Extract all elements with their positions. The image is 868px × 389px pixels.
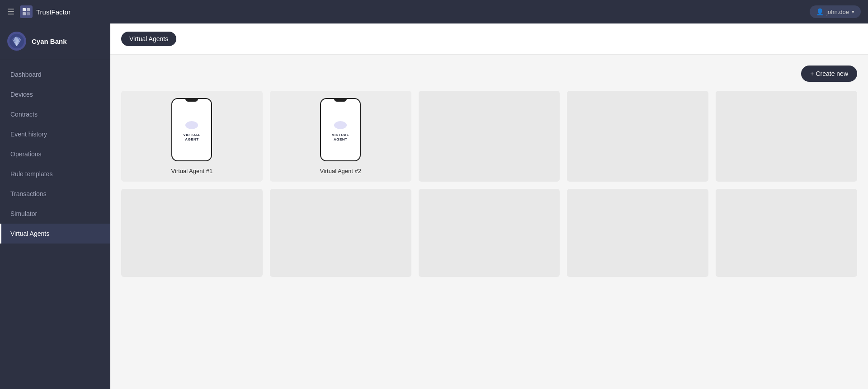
chevron-down-icon: ▾ bbox=[852, 9, 854, 15]
sidebar-item-rule-templates[interactable]: Rule templates bbox=[0, 164, 110, 184]
agent-card-9[interactable] bbox=[567, 189, 708, 277]
sidebar-item-operations[interactable]: Operations bbox=[0, 144, 110, 164]
sidebar-item-dashboard[interactable]: Dashboard bbox=[0, 65, 110, 84]
content-area: + Create new VIRTUALAGENT Virtual Agent … bbox=[110, 55, 868, 389]
toolbar: + Create new bbox=[121, 66, 857, 82]
svg-rect-1 bbox=[27, 8, 30, 11]
phone-screen: VIRTUALAGENT bbox=[183, 117, 200, 142]
phone-circle-icon bbox=[185, 121, 198, 129]
sidebar-item-simulator[interactable]: Simulator bbox=[0, 204, 110, 224]
main-content: Virtual Agents + Create new VIRTUALAGENT… bbox=[110, 23, 868, 389]
org-logo bbox=[7, 32, 26, 51]
sidebar-item-event-history[interactable]: Event history bbox=[0, 124, 110, 144]
sidebar-item-transactions[interactable]: Transactions bbox=[0, 184, 110, 204]
username-label: john.doe bbox=[826, 9, 849, 15]
phone-notch bbox=[185, 99, 198, 102]
nav-list: Dashboard Devices Contracts Event histor… bbox=[0, 59, 110, 249]
agent-card-10[interactable] bbox=[716, 189, 857, 277]
phone-screen: VIRTUALAGENT bbox=[332, 117, 349, 142]
svg-rect-0 bbox=[23, 8, 26, 11]
agent-card-1[interactable]: VIRTUALAGENT Virtual Agent #1 bbox=[121, 91, 263, 182]
hamburger-icon[interactable]: ☰ bbox=[7, 7, 14, 17]
org-name: Cyan Bank bbox=[32, 37, 67, 45]
agent-card-5[interactable] bbox=[716, 91, 857, 182]
org-header: Cyan Bank bbox=[0, 23, 110, 59]
layout: Cyan Bank Dashboard Devices Contracts Ev… bbox=[0, 23, 868, 389]
brand-name: TrustFactor bbox=[36, 8, 71, 16]
page-header: Virtual Agents bbox=[110, 23, 868, 55]
sidebar-item-contracts[interactable]: Contracts bbox=[0, 104, 110, 124]
phone-illustration: VIRTUALAGENT bbox=[320, 98, 361, 161]
topbar-left: ☰ TrustFactor bbox=[7, 5, 71, 18]
agent-name: Virtual Agent #2 bbox=[320, 168, 361, 174]
agent-grid: VIRTUALAGENT Virtual Agent #1 VIRTUALAGE… bbox=[121, 91, 857, 277]
agent-card-3[interactable] bbox=[419, 91, 560, 182]
phone-notch bbox=[334, 99, 347, 102]
brand-logo-icon bbox=[20, 5, 33, 18]
topbar: ☰ TrustFactor 👤 john.doe ▾ bbox=[0, 0, 868, 23]
user-icon: 👤 bbox=[816, 8, 824, 15]
phone-label: VIRTUALAGENT bbox=[332, 133, 349, 142]
phone-body: VIRTUALAGENT bbox=[171, 98, 212, 161]
create-new-button[interactable]: + Create new bbox=[801, 66, 857, 82]
agent-card-8[interactable] bbox=[419, 189, 560, 277]
svg-rect-3 bbox=[27, 12, 30, 15]
phone-circle-icon bbox=[334, 121, 347, 129]
user-menu[interactable]: 👤 john.doe ▾ bbox=[810, 5, 861, 18]
brand: TrustFactor bbox=[20, 5, 71, 18]
phone-body: VIRTUALAGENT bbox=[320, 98, 361, 161]
phone-illustration: VIRTUALAGENT bbox=[171, 98, 212, 161]
sidebar-item-virtual-agents[interactable]: Virtual Agents bbox=[0, 224, 110, 244]
agent-card-4[interactable] bbox=[567, 91, 708, 182]
sidebar-item-devices[interactable]: Devices bbox=[0, 84, 110, 104]
agent-card-7[interactable] bbox=[270, 189, 411, 277]
agent-name: Virtual Agent #1 bbox=[171, 168, 213, 174]
agent-card-2[interactable]: VIRTUALAGENT Virtual Agent #2 bbox=[270, 91, 411, 182]
agent-card-6[interactable] bbox=[121, 189, 263, 277]
phone-label: VIRTUALAGENT bbox=[183, 133, 200, 142]
sidebar: Cyan Bank Dashboard Devices Contracts Ev… bbox=[0, 23, 110, 389]
svg-rect-2 bbox=[23, 12, 26, 15]
page-title: Virtual Agents bbox=[121, 32, 176, 46]
